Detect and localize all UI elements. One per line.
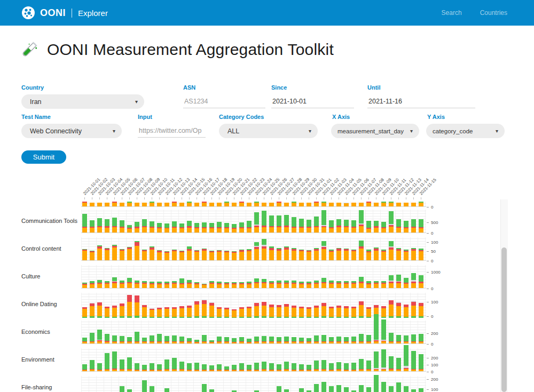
stacked-bar-2021-10-18[interactable] — [209, 389, 214, 392]
stacked-bar-2021-10-01[interactable] — [82, 214, 87, 233]
stacked-bar-2021-11-04[interactable] — [336, 281, 341, 288]
stacked-bar-2021-10-13[interactable] — [172, 335, 177, 343]
stacked-bar-2021-11-01[interactable] — [314, 384, 319, 392]
stacked-bar-2021-10-23[interactable] — [247, 365, 252, 371]
stacked-bar-2021-10-25[interactable] — [262, 362, 266, 371]
stacked-bar-2021-11-08[interactable] — [366, 202, 371, 206]
stacked-bar-2021-11-05[interactable] — [344, 281, 349, 288]
stacked-bar-2021-10-21[interactable] — [232, 224, 237, 233]
nav-link-search[interactable]: Search — [442, 9, 462, 17]
stacked-bar-2021-10-09[interactable] — [142, 203, 147, 206]
stacked-bar-2021-11-04[interactable] — [336, 337, 341, 343]
stacked-bar-2021-10-06[interactable] — [120, 220, 124, 233]
stacked-bar-2021-10-14[interactable] — [179, 278, 184, 288]
stacked-bar-2021-11-15[interactable] — [419, 388, 423, 392]
stacked-bar-2021-11-08[interactable] — [366, 281, 371, 288]
stacked-bar-2021-11-01[interactable] — [314, 217, 319, 233]
stacked-bar-2021-10-28[interactable] — [284, 281, 289, 288]
stacked-bar-2021-10-06[interactable] — [120, 203, 124, 206]
stacked-bar-2021-11-03[interactable] — [329, 203, 334, 206]
stacked-bar-2021-11-02[interactable] — [321, 278, 326, 288]
stacked-bar-2021-10-23[interactable] — [247, 307, 252, 318]
stacked-bar-2021-10-07[interactable] — [127, 225, 132, 233]
stacked-bar-2021-10-26[interactable] — [269, 203, 274, 206]
stacked-bar-2021-10-12[interactable] — [164, 307, 169, 318]
stacked-bar-2021-11-07[interactable] — [359, 334, 364, 343]
stacked-bar-2021-10-28[interactable] — [284, 215, 289, 233]
stacked-bar-2021-10-15[interactable] — [187, 246, 192, 260]
stacked-bar-2021-10-26[interactable] — [269, 363, 274, 371]
stacked-bar-2021-11-08[interactable] — [366, 250, 371, 260]
stacked-bar-2021-10-04[interactable] — [105, 334, 109, 343]
stacked-bar-2021-10-20[interactable] — [224, 337, 229, 343]
stacked-bar-2021-11-03[interactable] — [329, 337, 334, 343]
brand[interactable]: OONI Explorer — [21, 6, 108, 20]
stacked-bar-2021-10-11[interactable] — [157, 282, 162, 288]
stacked-bar-2021-10-15[interactable] — [187, 306, 192, 318]
stacked-bar-2021-11-14[interactable] — [411, 334, 416, 343]
since-input[interactable] — [271, 95, 354, 108]
stacked-bar-2021-10-28[interactable] — [284, 362, 289, 371]
stacked-bar-2021-10-06[interactable] — [120, 386, 124, 392]
stacked-bar-2021-10-03[interactable] — [97, 302, 102, 318]
stacked-bar-2021-10-31[interactable] — [307, 220, 311, 233]
stacked-bar-2021-11-04[interactable] — [336, 219, 341, 233]
stacked-bar-2021-10-19[interactable] — [217, 250, 222, 260]
stacked-bar-2021-11-13[interactable] — [404, 305, 409, 318]
stacked-bar-2021-11-12[interactable] — [396, 335, 401, 343]
stacked-bar-2021-10-13[interactable] — [172, 221, 177, 233]
stacked-bar-2021-11-02[interactable] — [321, 382, 326, 392]
stacked-bar-2021-10-16[interactable] — [194, 363, 199, 371]
stacked-bar-2021-10-20[interactable] — [224, 366, 229, 371]
stacked-bar-2021-10-01[interactable] — [82, 249, 87, 260]
stacked-bar-2021-10-02[interactable] — [90, 360, 95, 371]
stacked-bar-2021-10-12[interactable] — [164, 388, 169, 392]
stacked-bar-2021-11-12[interactable] — [396, 248, 401, 260]
stacked-bar-2021-10-04[interactable] — [105, 219, 109, 233]
stacked-bar-2021-10-18[interactable] — [209, 223, 214, 233]
stacked-bar-2021-11-12[interactable] — [396, 358, 401, 371]
stacked-bar-2021-11-07[interactable] — [359, 385, 364, 392]
stacked-bar-2021-11-01[interactable] — [314, 361, 319, 371]
stacked-bar-2021-11-02[interactable] — [321, 241, 326, 260]
stacked-bar-2021-11-15[interactable] — [419, 334, 423, 343]
stacked-bar-2021-11-02[interactable] — [321, 360, 326, 371]
stacked-bar-2021-10-28[interactable] — [284, 203, 289, 206]
stacked-bar-2021-11-03[interactable] — [329, 307, 334, 318]
stacked-bar-2021-11-10[interactable] — [381, 349, 386, 371]
stacked-bar-2021-10-08[interactable] — [135, 363, 139, 371]
stacked-bar-2021-11-03[interactable] — [329, 250, 334, 260]
country-select[interactable]: Iran ▾ — [21, 94, 144, 109]
stacked-bar-2021-10-22[interactable] — [239, 282, 244, 288]
stacked-bar-2021-10-27[interactable] — [277, 281, 281, 288]
stacked-bar-2021-10-21[interactable] — [232, 338, 237, 343]
stacked-bar-2021-11-08[interactable] — [366, 307, 371, 318]
stacked-bar-2021-10-24[interactable] — [254, 278, 259, 288]
stacked-bar-2021-10-12[interactable] — [164, 251, 169, 260]
asn-input[interactable] — [183, 95, 265, 108]
stacked-bar-2021-10-18[interactable] — [209, 203, 214, 206]
stacked-bar-2021-11-04[interactable] — [336, 385, 341, 392]
stacked-bar-2021-10-13[interactable] — [172, 281, 177, 288]
stacked-bar-2021-10-17[interactable] — [202, 284, 207, 288]
stacked-bar-2021-10-10[interactable] — [150, 221, 154, 233]
stacked-bar-2021-10-11[interactable] — [157, 308, 162, 318]
stacked-bar-2021-10-05[interactable] — [112, 202, 117, 206]
stacked-bar-2021-10-31[interactable] — [307, 250, 311, 260]
stacked-bar-2021-11-14[interactable] — [411, 219, 416, 233]
stacked-bar-2021-10-22[interactable] — [239, 250, 244, 260]
stacked-bar-2021-11-10[interactable] — [381, 382, 386, 392]
stacked-bar-2021-11-06[interactable] — [351, 281, 356, 288]
stacked-bar-2021-10-08[interactable] — [135, 222, 139, 233]
stacked-bar-2021-10-22[interactable] — [239, 337, 244, 343]
stacked-bar-2021-10-07[interactable] — [127, 389, 132, 392]
stacked-bar-2021-10-20[interactable] — [224, 223, 229, 233]
stacked-bar-2021-10-02[interactable] — [90, 333, 95, 343]
stacked-bar-2021-10-09[interactable] — [142, 305, 147, 318]
stacked-bar-2021-11-07[interactable] — [359, 301, 364, 318]
stacked-bar-2021-10-12[interactable] — [164, 336, 169, 343]
stacked-bar-2021-10-22[interactable] — [239, 222, 244, 233]
stacked-bar-2021-10-10[interactable] — [150, 202, 154, 206]
stacked-bar-2021-10-18[interactable] — [209, 251, 214, 260]
stacked-bar-2021-10-08[interactable] — [135, 203, 139, 206]
